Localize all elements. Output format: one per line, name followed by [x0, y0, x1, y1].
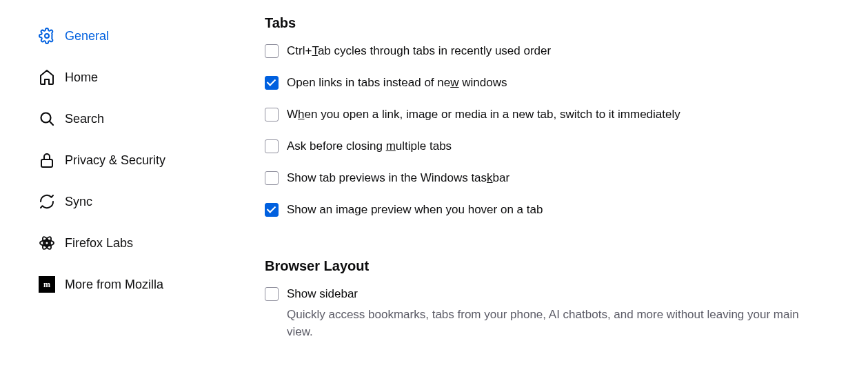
- sidebar-item-label: General: [65, 29, 109, 43]
- svg-rect-3: [41, 159, 52, 167]
- svg-text:m: m: [43, 280, 50, 289]
- checkbox-label: Open links in tabs instead of new window…: [287, 75, 507, 90]
- sidebar-item-label: Privacy & Security: [65, 153, 165, 168]
- sidebar-item-general[interactable]: General: [39, 15, 234, 57]
- home-icon: [39, 69, 55, 86]
- option-image-preview-hover[interactable]: Show an image preview when you hover on …: [265, 202, 827, 217]
- checkbox[interactable]: [265, 139, 279, 153]
- labs-icon: [39, 235, 55, 251]
- checkbox[interactable]: [265, 203, 279, 217]
- checkbox[interactable]: [265, 44, 279, 58]
- sidebar-item-labs[interactable]: Firefox Labs: [39, 222, 234, 264]
- checkbox[interactable]: [265, 287, 279, 301]
- option-switch-immediately[interactable]: When you open a link, image or media in …: [265, 107, 827, 122]
- sidebar-item-search[interactable]: Search: [39, 98, 234, 139]
- sidebar-item-label: More from Mozilla: [65, 278, 163, 292]
- sidebar-item-label: Home: [65, 70, 98, 85]
- sync-icon: [39, 193, 55, 210]
- option-show-sidebar[interactable]: Show sidebar: [265, 286, 827, 302]
- mozilla-icon: m: [39, 276, 55, 293]
- sidebar-item-label: Firefox Labs: [65, 236, 133, 251]
- lock-icon: [39, 152, 55, 168]
- search-icon: [39, 110, 55, 127]
- option-tab-previews-taskbar[interactable]: Show tab previews in the Windows taskbar: [265, 171, 827, 186]
- gear-icon: [39, 28, 55, 44]
- sidebar-item-label: Sync: [65, 195, 92, 209]
- sidebar-item-privacy[interactable]: Privacy & Security: [39, 139, 234, 181]
- svg-line-2: [50, 122, 53, 125]
- checkbox-label: Show an image preview when you hover on …: [287, 202, 543, 217]
- section-title-browser-layout: Browser Layout: [265, 258, 827, 274]
- main-content: Tabs Ctrl+Tab cycles through tabs in rec…: [234, 0, 868, 379]
- sidebar-item-home[interactable]: Home: [39, 57, 234, 98]
- sidebar-item-mozilla[interactable]: m More from Mozilla: [39, 264, 234, 305]
- sidebar-item-sync[interactable]: Sync: [39, 181, 234, 222]
- checkbox-label: Show sidebar: [287, 286, 358, 302]
- checkbox[interactable]: [265, 108, 279, 122]
- option-ctrl-tab-cycles[interactable]: Ctrl+Tab cycles through tabs in recently…: [265, 43, 827, 59]
- checkbox[interactable]: [265, 171, 279, 185]
- checkbox-label: When you open a link, image or media in …: [287, 107, 680, 122]
- option-ask-before-closing[interactable]: Ask before closing multiple tabs: [265, 139, 827, 154]
- checkbox[interactable]: [265, 76, 279, 90]
- checkbox-label: Ask before closing multiple tabs: [287, 139, 452, 154]
- sidebar: General Home Search Privacy & Security: [0, 0, 234, 379]
- checkbox-label: Ctrl+Tab cycles through tabs in recently…: [287, 43, 551, 59]
- sidebar-item-label: Search: [65, 112, 104, 126]
- option-description: Quickly access bookmarks, tabs from your…: [287, 306, 827, 341]
- section-title-tabs: Tabs: [265, 15, 827, 31]
- svg-point-4: [46, 242, 49, 245]
- option-open-links-in-tabs[interactable]: Open links in tabs instead of new window…: [265, 75, 827, 90]
- checkbox-label: Show tab previews in the Windows taskbar: [287, 171, 509, 186]
- svg-point-0: [45, 34, 49, 38]
